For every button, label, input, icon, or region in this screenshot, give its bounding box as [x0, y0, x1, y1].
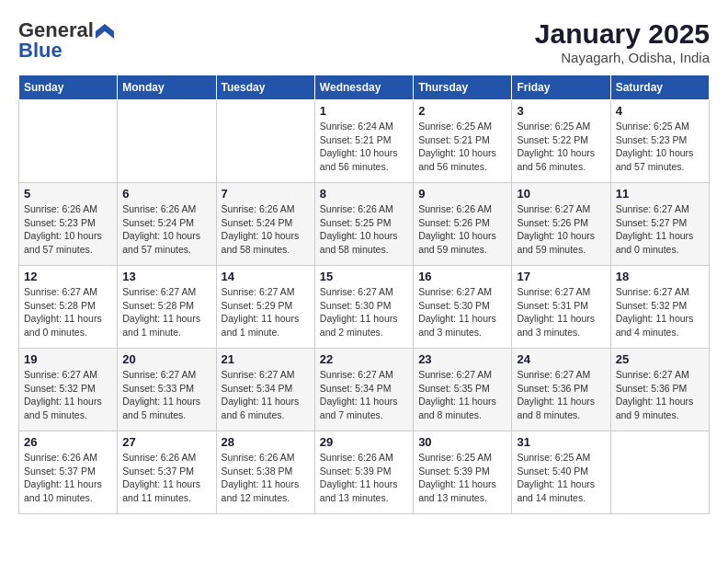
table-row — [610, 431, 709, 514]
day-number: 8 — [320, 187, 408, 201]
table-row: 8Sunrise: 6:26 AM Sunset: 5:25 PM Daylig… — [314, 183, 413, 266]
day-number: 25 — [616, 352, 704, 366]
day-info: Sunrise: 6:27 AM Sunset: 5:35 PM Dayligh… — [418, 368, 506, 422]
day-info: Sunrise: 6:24 AM Sunset: 5:21 PM Dayligh… — [320, 120, 408, 174]
calendar-header-row: Sunday Monday Tuesday Wednesday Thursday… — [19, 75, 710, 100]
day-info: Sunrise: 6:26 AM Sunset: 5:37 PM Dayligh… — [24, 451, 112, 505]
day-info: Sunrise: 6:27 AM Sunset: 5:36 PM Dayligh… — [517, 368, 605, 422]
day-number: 17 — [517, 270, 605, 283]
table-row: 19Sunrise: 6:27 AM Sunset: 5:32 PM Dayli… — [19, 349, 118, 431]
table-row: 11Sunrise: 6:27 AM Sunset: 5:27 PM Dayli… — [610, 183, 709, 266]
col-wednesday: Wednesday — [314, 75, 413, 100]
calendar-table: Sunday Monday Tuesday Wednesday Thursday… — [18, 75, 710, 514]
day-number: 6 — [122, 187, 210, 201]
calendar-week-row: 12Sunrise: 6:27 AM Sunset: 5:28 PM Dayli… — [19, 266, 710, 349]
table-row: 26Sunrise: 6:26 AM Sunset: 5:37 PM Dayli… — [19, 431, 118, 514]
day-info: Sunrise: 6:27 AM Sunset: 5:32 PM Dayligh… — [24, 368, 112, 422]
calendar-week-row: 26Sunrise: 6:26 AM Sunset: 5:37 PM Dayli… — [19, 431, 710, 514]
calendar-title: January 2025 — [535, 18, 710, 50]
page-header: General Blue January 2025 Nayagarh, Odis… — [18, 18, 710, 65]
day-number: 11 — [616, 187, 704, 201]
logo-blue-text: Blue — [18, 39, 63, 63]
logo-icon — [96, 24, 114, 39]
table-row: 16Sunrise: 6:27 AM Sunset: 5:30 PM Dayli… — [414, 266, 512, 349]
day-number: 5 — [24, 187, 112, 201]
day-number: 7 — [222, 187, 310, 201]
table-row: 2Sunrise: 6:25 AM Sunset: 5:21 PM Daylig… — [414, 100, 512, 183]
day-number: 15 — [320, 270, 408, 283]
day-info: Sunrise: 6:25 AM Sunset: 5:21 PM Dayligh… — [418, 120, 506, 174]
table-row: 12Sunrise: 6:27 AM Sunset: 5:28 PM Dayli… — [19, 266, 118, 349]
col-saturday: Saturday — [610, 75, 709, 100]
table-row: 29Sunrise: 6:26 AM Sunset: 5:39 PM Dayli… — [314, 431, 413, 514]
day-info: Sunrise: 6:26 AM Sunset: 5:39 PM Dayligh… — [320, 451, 408, 505]
day-info: Sunrise: 6:26 AM Sunset: 5:38 PM Dayligh… — [222, 451, 310, 505]
table-row: 14Sunrise: 6:27 AM Sunset: 5:29 PM Dayli… — [216, 266, 314, 349]
day-info: Sunrise: 6:27 AM Sunset: 5:26 PM Dayligh… — [517, 202, 605, 257]
day-number: 30 — [418, 435, 506, 449]
day-number: 29 — [320, 435, 408, 449]
day-info: Sunrise: 6:25 AM Sunset: 5:39 PM Dayligh… — [418, 451, 506, 505]
col-friday: Friday — [512, 75, 610, 100]
day-number: 26 — [24, 435, 112, 449]
table-row: 18Sunrise: 6:27 AM Sunset: 5:32 PM Dayli… — [610, 266, 709, 349]
day-number: 19 — [24, 352, 112, 366]
day-info: Sunrise: 6:27 AM Sunset: 5:36 PM Dayligh… — [616, 368, 704, 422]
table-row — [19, 100, 118, 183]
day-info: Sunrise: 6:27 AM Sunset: 5:30 PM Dayligh… — [320, 285, 408, 339]
day-number: 2 — [418, 104, 506, 118]
day-info: Sunrise: 6:27 AM Sunset: 5:34 PM Dayligh… — [320, 368, 408, 422]
calendar-week-row: 19Sunrise: 6:27 AM Sunset: 5:32 PM Dayli… — [19, 349, 710, 431]
table-row — [118, 100, 216, 183]
day-info: Sunrise: 6:27 AM Sunset: 5:31 PM Dayligh… — [517, 285, 605, 339]
table-row: 10Sunrise: 6:27 AM Sunset: 5:26 PM Dayli… — [512, 183, 610, 266]
table-row: 31Sunrise: 6:25 AM Sunset: 5:40 PM Dayli… — [512, 431, 610, 514]
day-number: 23 — [418, 352, 506, 366]
day-number: 20 — [122, 352, 210, 366]
day-info: Sunrise: 6:27 AM Sunset: 5:34 PM Dayligh… — [222, 368, 310, 422]
day-number: 9 — [418, 187, 506, 201]
table-row: 4Sunrise: 6:25 AM Sunset: 5:23 PM Daylig… — [610, 100, 709, 183]
table-row: 20Sunrise: 6:27 AM Sunset: 5:33 PM Dayli… — [118, 349, 216, 431]
table-row: 27Sunrise: 6:26 AM Sunset: 5:37 PM Dayli… — [118, 431, 216, 514]
day-number: 18 — [616, 270, 704, 283]
day-number: 13 — [122, 270, 210, 283]
day-number: 3 — [517, 104, 605, 118]
table-row: 6Sunrise: 6:26 AM Sunset: 5:24 PM Daylig… — [118, 183, 216, 266]
day-info: Sunrise: 6:27 AM Sunset: 5:28 PM Dayligh… — [122, 285, 210, 339]
table-row: 7Sunrise: 6:26 AM Sunset: 5:24 PM Daylig… — [216, 183, 314, 266]
col-monday: Monday — [118, 75, 216, 100]
table-row: 13Sunrise: 6:27 AM Sunset: 5:28 PM Dayli… — [118, 266, 216, 349]
day-info: Sunrise: 6:27 AM Sunset: 5:28 PM Dayligh… — [24, 285, 112, 339]
table-row: 28Sunrise: 6:26 AM Sunset: 5:38 PM Dayli… — [216, 431, 314, 514]
day-number: 27 — [122, 435, 210, 449]
logo: General Blue — [18, 18, 114, 63]
day-info: Sunrise: 6:27 AM Sunset: 5:32 PM Dayligh… — [616, 285, 704, 339]
table-row: 15Sunrise: 6:27 AM Sunset: 5:30 PM Dayli… — [314, 266, 413, 349]
calendar-week-row: 5Sunrise: 6:26 AM Sunset: 5:23 PM Daylig… — [19, 183, 710, 266]
day-number: 14 — [222, 270, 310, 283]
day-number: 24 — [517, 352, 605, 366]
day-info: Sunrise: 6:26 AM Sunset: 5:37 PM Dayligh… — [122, 451, 210, 505]
day-number: 16 — [418, 270, 506, 283]
col-sunday: Sunday — [19, 75, 118, 100]
day-info: Sunrise: 6:26 AM Sunset: 5:23 PM Dayligh… — [24, 202, 112, 257]
table-row: 3Sunrise: 6:25 AM Sunset: 5:22 PM Daylig… — [512, 100, 610, 183]
table-row: 9Sunrise: 6:26 AM Sunset: 5:26 PM Daylig… — [414, 183, 512, 266]
day-info: Sunrise: 6:25 AM Sunset: 5:22 PM Dayligh… — [517, 120, 605, 174]
table-row: 17Sunrise: 6:27 AM Sunset: 5:31 PM Dayli… — [512, 266, 610, 349]
calendar-week-row: 1Sunrise: 6:24 AM Sunset: 5:21 PM Daylig… — [19, 100, 710, 183]
day-number: 12 — [24, 270, 112, 283]
day-number: 22 — [320, 352, 408, 366]
table-row: 22Sunrise: 6:27 AM Sunset: 5:34 PM Dayli… — [314, 349, 413, 431]
day-info: Sunrise: 6:26 AM Sunset: 5:24 PM Dayligh… — [222, 202, 310, 257]
day-number: 10 — [517, 187, 605, 201]
day-number: 4 — [616, 104, 704, 118]
col-thursday: Thursday — [414, 75, 512, 100]
table-row: 23Sunrise: 6:27 AM Sunset: 5:35 PM Dayli… — [414, 349, 512, 431]
svg-marker-0 — [96, 24, 114, 39]
day-number: 31 — [517, 435, 605, 449]
col-tuesday: Tuesday — [216, 75, 314, 100]
day-number: 1 — [320, 104, 408, 118]
day-info: Sunrise: 6:26 AM Sunset: 5:26 PM Dayligh… — [418, 202, 506, 257]
